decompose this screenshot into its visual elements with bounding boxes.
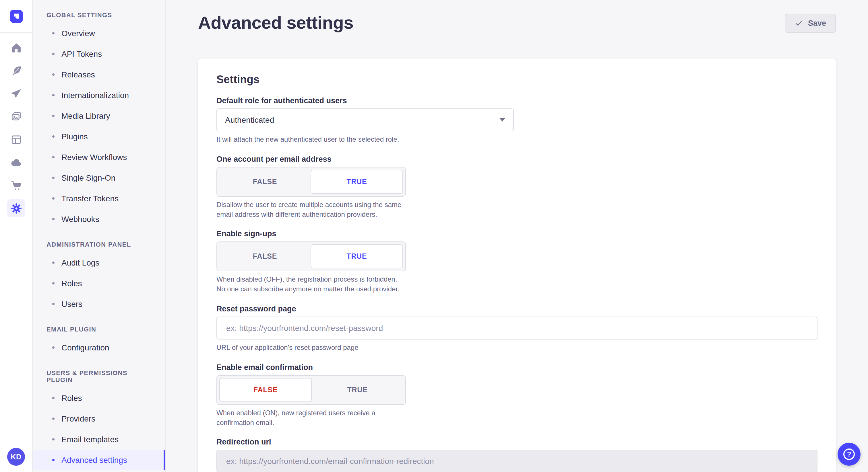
strapi-logo-icon: [9, 9, 23, 23]
email-confirmation-toggle: FALSE TRUE: [216, 375, 406, 405]
page-title: Advanced settings: [198, 12, 353, 33]
sidebar-item-audit-logs[interactable]: Audit Logs: [33, 252, 165, 273]
content-type-builder-icon: [10, 133, 22, 145]
reset-password-hint: URL of your application's reset password…: [216, 343, 817, 353]
subnav-section-email-plugin: EMAIL PLUGIN: [33, 326, 165, 333]
rail-item-releases[interactable]: [7, 84, 25, 103]
bullet-icon: [52, 218, 55, 220]
rail-item-media-library[interactable]: [7, 107, 25, 126]
bullet-icon: [52, 94, 55, 96]
bullet-icon: [52, 197, 55, 200]
email-confirmation-hint: When enabled (ON), new registered users …: [216, 408, 406, 428]
reset-password-label: Reset password page: [216, 305, 817, 313]
sign-ups-option-false[interactable]: FALSE: [219, 245, 311, 269]
sidebar-item-media-library[interactable]: Media Library: [33, 105, 165, 126]
bullet-icon: [52, 262, 55, 264]
sidebar-item-users[interactable]: Users: [33, 294, 165, 314]
rail-item-deploy[interactable]: [7, 153, 25, 171]
bullet-icon: [52, 282, 55, 284]
save-button[interactable]: Save: [785, 13, 836, 32]
rail-item-settings[interactable]: [7, 199, 25, 217]
bullet-icon: [52, 303, 55, 305]
bullet-icon: [52, 346, 55, 349]
cloud-icon: [10, 156, 22, 168]
sidebar-item-webhooks[interactable]: Webhooks: [33, 209, 165, 229]
one-account-option-false[interactable]: FALSE: [219, 170, 311, 194]
sidebar-item-internationalization[interactable]: Internationalization: [33, 85, 165, 105]
settings-gear-icon: [10, 202, 22, 214]
bullet-icon: [52, 459, 55, 461]
sidebar-item-up-roles[interactable]: Roles: [33, 388, 165, 408]
settings-subnav: GLOBAL SETTINGS Overview API Tokens Rele…: [33, 0, 166, 472]
subnav-section-global-settings: GLOBAL SETTINGS: [33, 11, 165, 19]
bullet-icon: [52, 135, 55, 138]
strapi-admin-window: KD GLOBAL SETTINGS Overview API Tokens R…: [0, 0, 868, 472]
sign-ups-label: Enable sign-ups: [216, 230, 406, 238]
settings-section-title: Settings: [216, 73, 817, 86]
sidebar-item-single-sign-on[interactable]: Single Sign-On: [33, 167, 165, 188]
settings-form: Default role for authenticated users Aut…: [216, 96, 817, 472]
sidebar-item-email-templates[interactable]: Email templates: [33, 429, 165, 450]
one-account-option-true[interactable]: TRUE: [311, 170, 403, 194]
strapi-logo[interactable]: [9, 9, 23, 23]
user-avatar[interactable]: KD: [7, 448, 25, 466]
reset-password-field: Reset password page URL of your applicat…: [216, 305, 817, 353]
sidebar-item-overview[interactable]: Overview: [33, 23, 165, 43]
sign-ups-toggle: FALSE TRUE: [216, 242, 406, 272]
sidebar-item-providers[interactable]: Providers: [33, 408, 165, 429]
email-confirmation-option-true[interactable]: TRUE: [312, 378, 403, 402]
sidebar-item-api-tokens[interactable]: API Tokens: [33, 43, 165, 64]
bullet-icon: [52, 397, 55, 399]
bullet-icon: [52, 417, 55, 420]
sidebar-item-admin-roles[interactable]: Roles: [33, 273, 165, 294]
media-library-icon: [10, 110, 22, 123]
redirection-url-field: Redirection url: [216, 438, 817, 472]
main-content: Advanced settings Save Settings Default …: [166, 0, 868, 472]
release-plane-icon: [10, 88, 22, 100]
content-feather-icon: [10, 65, 22, 76]
reset-password-input[interactable]: [216, 316, 817, 339]
subnav-list-global: Overview API Tokens Releases Internation…: [33, 23, 165, 229]
one-account-hint: Disallow the user to create multiple acc…: [216, 200, 406, 220]
icon-rail: KD: [0, 0, 33, 472]
default-role-hint: It will attach the new authenticated use…: [216, 135, 514, 144]
email-confirmation-field: Enable email confirmation FALSE TRUE Whe…: [216, 363, 406, 428]
bullet-icon: [52, 32, 55, 34]
subnav-list-users-permissions: Roles Providers Email templates Advanced…: [33, 388, 165, 470]
rail-item-home[interactable]: [7, 38, 25, 57]
sidebar-item-configuration[interactable]: Configuration: [33, 337, 165, 358]
bullet-icon: [52, 177, 55, 179]
one-account-field: One account per email address FALSE TRUE…: [216, 155, 406, 220]
bullet-icon: [52, 115, 55, 117]
email-confirmation-option-false[interactable]: FALSE: [219, 378, 312, 402]
rail-item-content-manager[interactable]: [7, 61, 25, 80]
home-icon: [10, 42, 22, 54]
save-button-label: Save: [808, 19, 826, 27]
sign-ups-field: Enable sign-ups FALSE TRUE When disabled…: [216, 230, 406, 294]
sign-ups-option-true[interactable]: TRUE: [311, 245, 403, 269]
sidebar-item-advanced-settings[interactable]: Advanced settings: [33, 450, 165, 470]
subnav-list-email: Configuration: [33, 337, 165, 358]
redirection-url-label: Redirection url: [216, 438, 817, 446]
default-role-select[interactable]: Authenticated: [216, 108, 514, 131]
help-button[interactable]: ?: [838, 443, 861, 466]
sidebar-item-releases[interactable]: Releases: [33, 64, 165, 85]
marketplace-cart-icon: [10, 179, 22, 191]
rail-item-marketplace[interactable]: [7, 176, 25, 194]
default-role-label: Default role for authenticated users: [216, 96, 514, 105]
page-header: Advanced settings Save: [198, 0, 836, 33]
rail-item-content-type-builder[interactable]: [7, 130, 25, 148]
redirection-url-input: [216, 450, 817, 472]
bullet-icon: [52, 53, 55, 55]
bullet-icon: [52, 156, 55, 158]
bullet-icon: [52, 438, 55, 440]
email-confirmation-label: Enable email confirmation: [216, 363, 406, 372]
settings-card: Settings Default role for authenticated …: [198, 59, 836, 472]
sidebar-item-plugins[interactable]: Plugins: [33, 126, 165, 147]
rail-nav: [7, 33, 25, 217]
subnav-section-users-permissions-plugin: USERS & PERMISSIONS PLUGIN: [33, 369, 165, 383]
sidebar-item-review-workflows[interactable]: Review Workflows: [33, 147, 165, 167]
sign-ups-hint: When disabled (OFF), the registration pr…: [216, 275, 406, 294]
sidebar-item-transfer-tokens[interactable]: Transfer Tokens: [33, 188, 165, 209]
check-icon: [795, 19, 803, 27]
